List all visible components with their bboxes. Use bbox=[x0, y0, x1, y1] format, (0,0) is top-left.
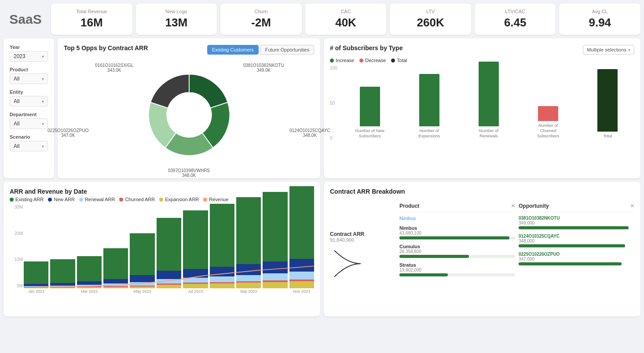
subs-bar-col-0: Number of NewSubscribers bbox=[343, 87, 396, 139]
arr-seg-renewal-9 bbox=[263, 273, 287, 280]
product-bar-bg-0 bbox=[399, 236, 515, 239]
filter-label-1: Product bbox=[10, 67, 48, 72]
arr-seg-existing-5 bbox=[157, 218, 181, 271]
product-item-2: Stratus 19,802,000 bbox=[399, 262, 515, 276]
kpi-card-1: New Logo 13M bbox=[136, 4, 217, 35]
filter-select-2[interactable]: All ▾ bbox=[10, 96, 48, 107]
arr-seg-new-6 bbox=[183, 269, 208, 278]
arr-seg-new-2 bbox=[77, 281, 102, 285]
arr-seg-new-7 bbox=[210, 267, 234, 276]
product-bar-bg-1 bbox=[399, 255, 515, 258]
kpi-label-4: LTV bbox=[426, 9, 435, 14]
chevron-down-icon: ▾ bbox=[42, 77, 44, 81]
arr-seg-expansion-10 bbox=[289, 281, 314, 288]
kpi-label-6: Avg CL bbox=[592, 9, 608, 14]
opportunity-item-0: 0381O10382NKOTU 349,000 bbox=[519, 216, 634, 229]
subs-bar-2 bbox=[479, 62, 499, 126]
kpi-row: Total Revenue 16MNew Logo 13MChurn -2MCA… bbox=[51, 4, 640, 35]
arr-bar-col-4 bbox=[130, 233, 154, 288]
legend-dot-1 bbox=[359, 59, 363, 63]
arr-bar-col-5 bbox=[157, 218, 181, 288]
subs-bar-label-2: Number ofRenewals bbox=[479, 128, 498, 139]
filter-group-department: Department All ▾ bbox=[10, 112, 48, 129]
product-value-1: 28,358,800 bbox=[399, 249, 515, 254]
kpi-label-2: Churn bbox=[254, 9, 267, 14]
donut-tabs[interactable]: Existing Customers Future Opportunities bbox=[207, 45, 314, 55]
contract-arr-panel: Contract ARR Breakdown Contract ARR 91,8… bbox=[324, 182, 640, 316]
arr-title: ARR and Revenue by Date bbox=[10, 188, 87, 195]
arr-seg-renewal-8 bbox=[236, 275, 261, 281]
subscribers-dropdown[interactable]: Multiple selections ▾ bbox=[583, 45, 634, 55]
donut-segment-label-0: 0381O10382NKOTU349.0K bbox=[243, 63, 284, 73]
product-name-2: Stratus bbox=[399, 262, 515, 268]
arr-seg-existing-6 bbox=[183, 210, 208, 269]
product-filter-close[interactable]: × bbox=[511, 202, 515, 210]
arr-seg-expansion-6 bbox=[183, 284, 208, 288]
arr-legend-item-0: Existing ARR bbox=[10, 197, 44, 202]
subscribers-panel: # of Subscribers by Type Multiple select… bbox=[324, 38, 640, 178]
arr-seg-new-3 bbox=[103, 279, 128, 283]
opportunity-bar-1 bbox=[519, 244, 625, 247]
product-bar-1 bbox=[399, 255, 469, 258]
subs-bar-4 bbox=[597, 69, 618, 132]
kpi-label-1: New Logo bbox=[165, 9, 187, 14]
arr-seg-expansion-1 bbox=[50, 287, 75, 288]
arr-seg-existing-1 bbox=[50, 259, 75, 283]
arr-seg-renewal-4 bbox=[130, 282, 154, 286]
donut-tab-future[interactable]: Future Opportunities bbox=[260, 45, 314, 55]
arr-seg-renewal-7 bbox=[210, 276, 234, 282]
arr-seg-expansion-8 bbox=[236, 283, 261, 288]
product-filter-value: Nimbus bbox=[399, 216, 515, 221]
arr-legend-dot-4 bbox=[159, 198, 163, 202]
opportunity-filter-close[interactable]: × bbox=[630, 202, 634, 210]
arr-seg-new-9 bbox=[263, 261, 287, 273]
subs-bar-label-1: Number ofExpansions bbox=[418, 128, 440, 139]
opportunity-bar-2 bbox=[519, 262, 622, 265]
arr-bar-col-1 bbox=[50, 259, 75, 288]
arr-seg-expansion-7 bbox=[210, 283, 234, 288]
arr-legend-dot-5 bbox=[203, 198, 207, 202]
contract-summary-col: Contract ARR 91,840,900 bbox=[330, 202, 396, 310]
filter-select-4[interactable]: All ▾ bbox=[10, 141, 48, 151]
kpi-card-4: LTV 260K bbox=[390, 4, 471, 35]
arr-legend-dot-2 bbox=[79, 198, 83, 202]
arr-seg-expansion-4 bbox=[130, 287, 154, 288]
arr-legend-item-4: Expansion ARR bbox=[159, 197, 199, 202]
arr-bar-col-2 bbox=[77, 256, 102, 288]
product-name-1: Cumulus bbox=[399, 244, 515, 249]
sidebar-filters: Year 2023 ▾ Product All ▾ Entity All ▾ D… bbox=[4, 38, 54, 178]
arr-bar-col-6 bbox=[183, 210, 208, 288]
arr-seg-existing-7 bbox=[210, 204, 234, 267]
subs-legend-item-0: Increase bbox=[330, 58, 354, 63]
contract-arr-title: Contract ARR Breakdown bbox=[330, 188, 634, 195]
opportunity-name-2: 0225O10226OZPUO bbox=[519, 252, 634, 257]
donut-title: Top 5 Opps by Contract ARR bbox=[64, 44, 148, 51]
contract-main-label: Contract ARR bbox=[330, 231, 396, 237]
filter-select-1[interactable]: All ▾ bbox=[10, 74, 48, 84]
donut-tab-existing[interactable]: Existing Customers bbox=[207, 45, 259, 55]
filter-label-4: Scenario bbox=[10, 134, 48, 140]
arr-seg-existing-10 bbox=[289, 186, 314, 259]
opportunity-value-1: 348,000 bbox=[519, 239, 634, 243]
filter-select-0[interactable]: 2023 ▾ bbox=[10, 51, 48, 62]
subs-bar-col-4: Total bbox=[581, 69, 634, 139]
kpi-card-5: LTV/CAC 6.45 bbox=[475, 4, 556, 35]
filter-label-2: Entity bbox=[10, 89, 48, 95]
arr-chart: 0M10M20M30M Jan 2023Mar 2023May 2023Jul … bbox=[10, 205, 314, 310]
arr-seg-expansion-0 bbox=[24, 287, 48, 288]
arr-seg-new-5 bbox=[157, 271, 181, 279]
arr-seg-existing-8 bbox=[236, 197, 261, 264]
arr-bar-col-8 bbox=[236, 197, 261, 288]
arr-seg-renewal-5 bbox=[157, 279, 181, 283]
arr-seg-expansion-9 bbox=[263, 282, 287, 288]
subs-bar-1 bbox=[419, 74, 439, 126]
kpi-value-2: -2M bbox=[251, 16, 271, 29]
filter-select-3[interactable]: All ▾ bbox=[10, 118, 48, 129]
product-bar-2 bbox=[399, 273, 448, 276]
contract-grid: Contract ARR 91,840,900 Product × Nimbus… bbox=[330, 202, 634, 310]
opportunity-name-0: 0381O10382NKOTU bbox=[519, 216, 634, 221]
opportunity-value-0: 349,000 bbox=[519, 221, 634, 225]
opportunity-value-2: 347,000 bbox=[519, 257, 634, 261]
kpi-card-0: Total Revenue 16M bbox=[51, 4, 132, 35]
arr-seg-renewal-6 bbox=[183, 278, 208, 283]
